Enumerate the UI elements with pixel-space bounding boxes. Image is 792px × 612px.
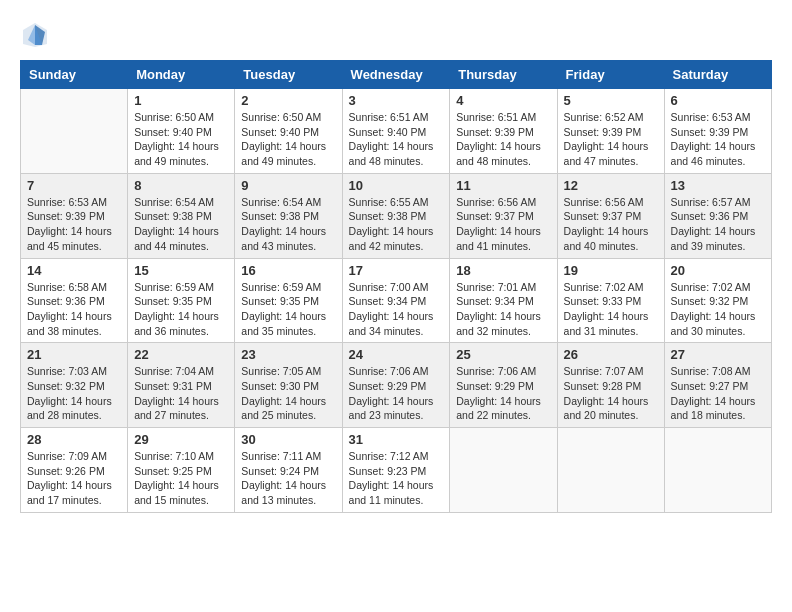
day-number: 28	[27, 432, 121, 447]
calendar-cell: 24Sunrise: 7:06 AM Sunset: 9:29 PM Dayli…	[342, 343, 450, 428]
calendar-header-monday: Monday	[128, 61, 235, 89]
logo-icon	[20, 20, 50, 50]
calendar-week-row: 21Sunrise: 7:03 AM Sunset: 9:32 PM Dayli…	[21, 343, 772, 428]
day-info: Sunrise: 6:54 AM Sunset: 9:38 PM Dayligh…	[241, 195, 335, 254]
calendar-cell: 3Sunrise: 6:51 AM Sunset: 9:40 PM Daylig…	[342, 89, 450, 174]
day-info: Sunrise: 7:11 AM Sunset: 9:24 PM Dayligh…	[241, 449, 335, 508]
calendar-cell: 26Sunrise: 7:07 AM Sunset: 9:28 PM Dayli…	[557, 343, 664, 428]
calendar-week-row: 14Sunrise: 6:58 AM Sunset: 9:36 PM Dayli…	[21, 258, 772, 343]
calendar-cell: 31Sunrise: 7:12 AM Sunset: 9:23 PM Dayli…	[342, 428, 450, 513]
day-info: Sunrise: 7:05 AM Sunset: 9:30 PM Dayligh…	[241, 364, 335, 423]
calendar-cell: 19Sunrise: 7:02 AM Sunset: 9:33 PM Dayli…	[557, 258, 664, 343]
day-number: 20	[671, 263, 765, 278]
day-info: Sunrise: 6:53 AM Sunset: 9:39 PM Dayligh…	[27, 195, 121, 254]
day-number: 14	[27, 263, 121, 278]
calendar-header-wednesday: Wednesday	[342, 61, 450, 89]
day-number: 12	[564, 178, 658, 193]
day-number: 5	[564, 93, 658, 108]
day-info: Sunrise: 6:55 AM Sunset: 9:38 PM Dayligh…	[349, 195, 444, 254]
calendar-cell: 16Sunrise: 6:59 AM Sunset: 9:35 PM Dayli…	[235, 258, 342, 343]
day-number: 10	[349, 178, 444, 193]
calendar-cell	[664, 428, 771, 513]
day-info: Sunrise: 7:06 AM Sunset: 9:29 PM Dayligh…	[456, 364, 550, 423]
calendar-cell: 6Sunrise: 6:53 AM Sunset: 9:39 PM Daylig…	[664, 89, 771, 174]
day-info: Sunrise: 6:56 AM Sunset: 9:37 PM Dayligh…	[564, 195, 658, 254]
day-info: Sunrise: 7:09 AM Sunset: 9:26 PM Dayligh…	[27, 449, 121, 508]
day-number: 22	[134, 347, 228, 362]
day-info: Sunrise: 6:54 AM Sunset: 9:38 PM Dayligh…	[134, 195, 228, 254]
calendar-header-thursday: Thursday	[450, 61, 557, 89]
calendar-week-row: 28Sunrise: 7:09 AM Sunset: 9:26 PM Dayli…	[21, 428, 772, 513]
day-number: 13	[671, 178, 765, 193]
day-number: 7	[27, 178, 121, 193]
day-info: Sunrise: 6:53 AM Sunset: 9:39 PM Dayligh…	[671, 110, 765, 169]
calendar-cell: 8Sunrise: 6:54 AM Sunset: 9:38 PM Daylig…	[128, 173, 235, 258]
calendar-cell: 25Sunrise: 7:06 AM Sunset: 9:29 PM Dayli…	[450, 343, 557, 428]
calendar-cell: 11Sunrise: 6:56 AM Sunset: 9:37 PM Dayli…	[450, 173, 557, 258]
calendar-cell: 5Sunrise: 6:52 AM Sunset: 9:39 PM Daylig…	[557, 89, 664, 174]
day-info: Sunrise: 7:04 AM Sunset: 9:31 PM Dayligh…	[134, 364, 228, 423]
calendar-cell: 28Sunrise: 7:09 AM Sunset: 9:26 PM Dayli…	[21, 428, 128, 513]
day-info: Sunrise: 6:50 AM Sunset: 9:40 PM Dayligh…	[134, 110, 228, 169]
day-number: 24	[349, 347, 444, 362]
day-number: 18	[456, 263, 550, 278]
calendar-cell	[557, 428, 664, 513]
day-number: 3	[349, 93, 444, 108]
calendar-cell: 18Sunrise: 7:01 AM Sunset: 9:34 PM Dayli…	[450, 258, 557, 343]
calendar-cell: 15Sunrise: 6:59 AM Sunset: 9:35 PM Dayli…	[128, 258, 235, 343]
day-info: Sunrise: 7:00 AM Sunset: 9:34 PM Dayligh…	[349, 280, 444, 339]
day-number: 1	[134, 93, 228, 108]
day-number: 26	[564, 347, 658, 362]
calendar: SundayMondayTuesdayWednesdayThursdayFrid…	[20, 60, 772, 513]
day-number: 15	[134, 263, 228, 278]
day-info: Sunrise: 6:59 AM Sunset: 9:35 PM Dayligh…	[241, 280, 335, 339]
calendar-cell: 10Sunrise: 6:55 AM Sunset: 9:38 PM Dayli…	[342, 173, 450, 258]
calendar-header-friday: Friday	[557, 61, 664, 89]
logo	[20, 20, 54, 50]
calendar-cell	[450, 428, 557, 513]
calendar-cell: 2Sunrise: 6:50 AM Sunset: 9:40 PM Daylig…	[235, 89, 342, 174]
calendar-cell: 14Sunrise: 6:58 AM Sunset: 9:36 PM Dayli…	[21, 258, 128, 343]
calendar-header-tuesday: Tuesday	[235, 61, 342, 89]
calendar-header-saturday: Saturday	[664, 61, 771, 89]
day-number: 27	[671, 347, 765, 362]
day-number: 4	[456, 93, 550, 108]
day-number: 16	[241, 263, 335, 278]
day-number: 25	[456, 347, 550, 362]
calendar-cell: 7Sunrise: 6:53 AM Sunset: 9:39 PM Daylig…	[21, 173, 128, 258]
calendar-header-sunday: Sunday	[21, 61, 128, 89]
day-info: Sunrise: 7:02 AM Sunset: 9:33 PM Dayligh…	[564, 280, 658, 339]
calendar-cell: 22Sunrise: 7:04 AM Sunset: 9:31 PM Dayli…	[128, 343, 235, 428]
day-info: Sunrise: 7:03 AM Sunset: 9:32 PM Dayligh…	[27, 364, 121, 423]
day-info: Sunrise: 6:52 AM Sunset: 9:39 PM Dayligh…	[564, 110, 658, 169]
day-number: 19	[564, 263, 658, 278]
calendar-cell: 13Sunrise: 6:57 AM Sunset: 9:36 PM Dayli…	[664, 173, 771, 258]
day-info: Sunrise: 6:56 AM Sunset: 9:37 PM Dayligh…	[456, 195, 550, 254]
day-number: 30	[241, 432, 335, 447]
day-info: Sunrise: 6:59 AM Sunset: 9:35 PM Dayligh…	[134, 280, 228, 339]
calendar-cell: 23Sunrise: 7:05 AM Sunset: 9:30 PM Dayli…	[235, 343, 342, 428]
day-info: Sunrise: 6:58 AM Sunset: 9:36 PM Dayligh…	[27, 280, 121, 339]
calendar-cell: 27Sunrise: 7:08 AM Sunset: 9:27 PM Dayli…	[664, 343, 771, 428]
calendar-cell: 12Sunrise: 6:56 AM Sunset: 9:37 PM Dayli…	[557, 173, 664, 258]
calendar-cell: 30Sunrise: 7:11 AM Sunset: 9:24 PM Dayli…	[235, 428, 342, 513]
day-info: Sunrise: 7:12 AM Sunset: 9:23 PM Dayligh…	[349, 449, 444, 508]
day-number: 2	[241, 93, 335, 108]
day-info: Sunrise: 7:07 AM Sunset: 9:28 PM Dayligh…	[564, 364, 658, 423]
day-number: 17	[349, 263, 444, 278]
day-info: Sunrise: 7:10 AM Sunset: 9:25 PM Dayligh…	[134, 449, 228, 508]
day-info: Sunrise: 7:02 AM Sunset: 9:32 PM Dayligh…	[671, 280, 765, 339]
calendar-cell: 20Sunrise: 7:02 AM Sunset: 9:32 PM Dayli…	[664, 258, 771, 343]
day-number: 9	[241, 178, 335, 193]
day-info: Sunrise: 6:50 AM Sunset: 9:40 PM Dayligh…	[241, 110, 335, 169]
page-header	[20, 20, 772, 50]
calendar-cell: 1Sunrise: 6:50 AM Sunset: 9:40 PM Daylig…	[128, 89, 235, 174]
day-info: Sunrise: 7:01 AM Sunset: 9:34 PM Dayligh…	[456, 280, 550, 339]
day-number: 29	[134, 432, 228, 447]
calendar-cell: 17Sunrise: 7:00 AM Sunset: 9:34 PM Dayli…	[342, 258, 450, 343]
calendar-cell	[21, 89, 128, 174]
calendar-cell: 29Sunrise: 7:10 AM Sunset: 9:25 PM Dayli…	[128, 428, 235, 513]
day-info: Sunrise: 6:51 AM Sunset: 9:40 PM Dayligh…	[349, 110, 444, 169]
day-info: Sunrise: 7:08 AM Sunset: 9:27 PM Dayligh…	[671, 364, 765, 423]
day-number: 23	[241, 347, 335, 362]
